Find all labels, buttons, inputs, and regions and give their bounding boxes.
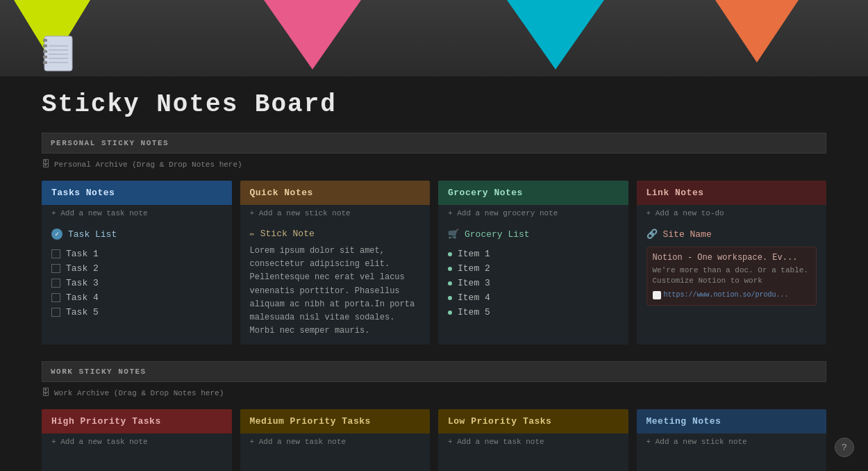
personal-section-header: PERSONAL STICKY NOTES xyxy=(42,133,826,154)
low-priority-column: Low Priority Tasks + Add a new task note xyxy=(438,409,628,471)
grocery-label-2: Item 2 xyxy=(458,263,490,274)
grocery-item: Item 1 xyxy=(448,247,619,261)
bullet-dot-4 xyxy=(448,296,452,300)
cart-icon: 🛒 xyxy=(448,229,459,240)
grocery-notes-column: Grocery Notes + Add a new grocery note 🛒… xyxy=(438,181,628,345)
grocery-label-4: Item 4 xyxy=(458,292,490,303)
task-checkbox-3[interactable] xyxy=(51,279,60,288)
tasks-column-header: Tasks Notes xyxy=(42,181,232,205)
svg-rect-2 xyxy=(43,44,47,47)
task-label-3: Task 3 xyxy=(66,278,99,288)
tasks-column: Tasks Notes + Add a new task note ✓ Task… xyxy=(42,181,232,345)
task-item: Task 4 xyxy=(51,290,222,305)
task-item: Task 2 xyxy=(51,261,222,276)
meeting-notes-header: Meeting Notes xyxy=(637,409,827,433)
notion-icon xyxy=(653,291,661,299)
work-section: WORK STICKY NOTES 🗄 Work Archive (Drag &… xyxy=(42,361,826,471)
task-item: Task 5 xyxy=(51,305,222,320)
grocery-list-header: 🛒 Grocery List xyxy=(448,229,619,240)
task-label-4: Task 4 xyxy=(66,292,99,303)
svg-rect-4 xyxy=(43,56,47,58)
add-low-task-button[interactable]: + Add a new task note xyxy=(438,433,628,450)
help-button[interactable]: ? xyxy=(835,438,854,457)
low-priority-header: Low Priority Tasks xyxy=(438,409,628,433)
bullet-dot-2 xyxy=(448,267,452,271)
add-high-task-button[interactable]: + Add a new task note xyxy=(42,433,232,450)
sticky-triangle-teal xyxy=(507,0,604,69)
grocery-label-1: Item 1 xyxy=(458,249,490,259)
task-item: Task 3 xyxy=(51,276,222,290)
grocery-item: Item 3 xyxy=(448,276,619,290)
add-link-note-button[interactable]: + Add a new to-do xyxy=(637,205,827,222)
bullet-dot-5 xyxy=(448,311,452,315)
bullet-dot-3 xyxy=(448,281,452,286)
archive-icon-personal: 🗄 xyxy=(42,159,50,170)
link-notes-column: Link Notes + Add a new to-do 🔗 Site Name… xyxy=(637,181,827,345)
quick-notes-column-header: Quick Notes xyxy=(240,181,431,205)
bullet-dot-1 xyxy=(448,252,452,256)
grocery-item: Item 2 xyxy=(448,261,619,276)
grocery-notes-column-header: Grocery Notes xyxy=(438,181,628,205)
work-section-header: WORK STICKY NOTES xyxy=(42,361,826,382)
meeting-notes-body xyxy=(637,450,827,471)
grocery-item: Item 5 xyxy=(448,305,619,320)
task-label-2: Task 2 xyxy=(66,263,99,274)
personal-archive-label: 🗄 Personal Archive (Drag & Drop Notes he… xyxy=(42,159,826,170)
high-priority-column: High Priority Tasks + Add a new task not… xyxy=(42,409,232,471)
stick-note-header: ✏ Stick Note xyxy=(250,229,421,239)
work-section-title: WORK STICKY NOTES xyxy=(51,367,147,376)
link-notes-column-header: Link Notes xyxy=(637,181,827,205)
quick-notes-column: Quick Notes + Add a new stick note ✏ Sti… xyxy=(240,181,431,345)
sticky-triangle-pink xyxy=(264,0,361,69)
svg-rect-0 xyxy=(44,36,72,71)
medium-priority-column: Medium Priority Tasks + Add a new task n… xyxy=(240,409,431,471)
task-label-5: Task 5 xyxy=(66,307,99,317)
link-icon: 🔗 xyxy=(646,229,658,240)
link-card-title: Notion - One workspace. Ev... xyxy=(653,253,811,263)
work-archive-label: 🗄 Work Archive (Drag & Drop Notes here) xyxy=(42,388,826,398)
link-notes-column-body: 🔗 Site Name Notion - One workspace. Ev..… xyxy=(637,222,827,313)
svg-rect-3 xyxy=(43,50,47,53)
link-card-desc: We're more than a doc. Or a table. Custo… xyxy=(653,265,811,287)
checkmark-icon: ✓ xyxy=(51,229,62,240)
grocery-label-3: Item 3 xyxy=(458,278,490,288)
work-board-grid: High Priority Tasks + Add a new task not… xyxy=(42,409,826,471)
grocery-item: Item 4 xyxy=(448,290,619,305)
grocery-notes-column-body: 🛒 Grocery List Item 1 Item 2 Item 3 xyxy=(438,222,628,327)
medium-priority-body xyxy=(240,450,431,471)
link-card-url[interactable]: https://www.notion.so/produ... xyxy=(653,291,811,299)
grocery-label-5: Item 5 xyxy=(458,307,490,317)
notebook-icon xyxy=(42,35,75,73)
add-medium-task-button[interactable]: + Add a new task note xyxy=(240,433,431,450)
personal-section-title: PERSONAL STICKY NOTES xyxy=(51,139,169,147)
task-checkbox-4[interactable] xyxy=(51,293,60,302)
task-list-header: ✓ Task List xyxy=(51,229,222,240)
main-content: Sticky Notes Board PERSONAL STICKY NOTES… xyxy=(0,76,868,471)
add-grocery-note-button[interactable]: + Add a new grocery note xyxy=(438,205,628,222)
sticky-triangle-coral xyxy=(715,0,799,63)
meeting-notes-column: Meeting Notes + Add a new stick note xyxy=(637,409,827,471)
stick-note-text: Lorem ipsum dolor sit amet, consectetur … xyxy=(250,245,421,338)
header-banner xyxy=(0,0,868,76)
high-priority-body xyxy=(42,450,232,471)
personal-board-grid: Tasks Notes + Add a new task note ✓ Task… xyxy=(42,181,826,345)
svg-rect-1 xyxy=(43,39,47,42)
add-meeting-note-button[interactable]: + Add a new stick note xyxy=(637,433,827,450)
add-stick-note-button[interactable]: + Add a new stick note xyxy=(240,205,431,222)
task-item: Task 1 xyxy=(51,247,222,261)
page-title: Sticky Notes Board xyxy=(42,90,826,119)
svg-rect-5 xyxy=(43,61,47,64)
site-name-header: 🔗 Site Name xyxy=(646,229,817,240)
add-task-note-button[interactable]: + Add a new task note xyxy=(42,205,232,222)
task-checkbox-1[interactable] xyxy=(51,249,60,258)
pencil-icon: ✏ xyxy=(250,229,255,239)
task-checkbox-2[interactable] xyxy=(51,264,60,273)
quick-notes-column-body: ✏ Stick Note Lorem ipsum dolor sit amet,… xyxy=(240,222,431,345)
link-card[interactable]: Notion - One workspace. Ev... We're more… xyxy=(646,247,817,306)
tasks-column-body: ✓ Task List Task 1 Task 2 Task 3 T xyxy=(42,222,232,327)
archive-icon-work: 🗄 xyxy=(42,388,50,398)
task-checkbox-5[interactable] xyxy=(51,308,60,317)
low-priority-body xyxy=(438,450,628,471)
high-priority-header: High Priority Tasks xyxy=(42,409,232,433)
medium-priority-header: Medium Priority Tasks xyxy=(240,409,431,433)
